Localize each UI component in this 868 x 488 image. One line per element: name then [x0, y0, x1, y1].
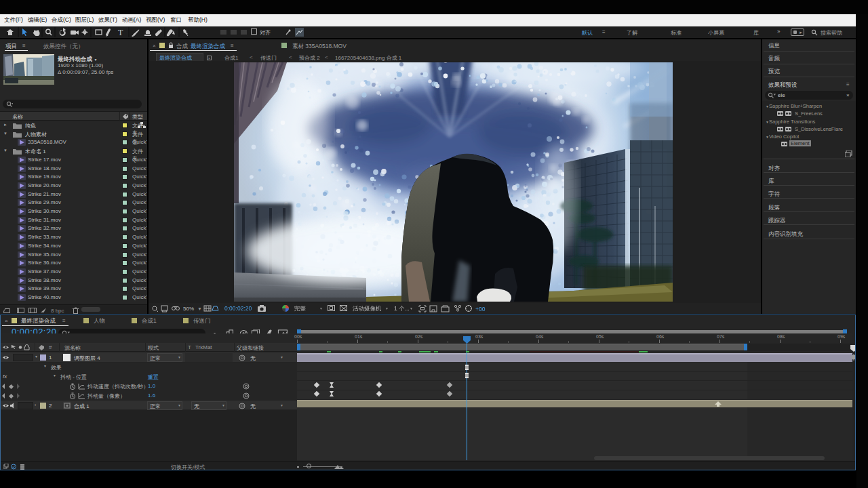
svg-text:8 bpc: 8 bpc: [51, 308, 64, 314]
svg-text:T: T: [118, 28, 123, 37]
svg-text:50%: 50%: [183, 306, 194, 312]
svg-text:▼: ▼: [197, 306, 202, 311]
svg-text:+00: +00: [475, 306, 486, 312]
